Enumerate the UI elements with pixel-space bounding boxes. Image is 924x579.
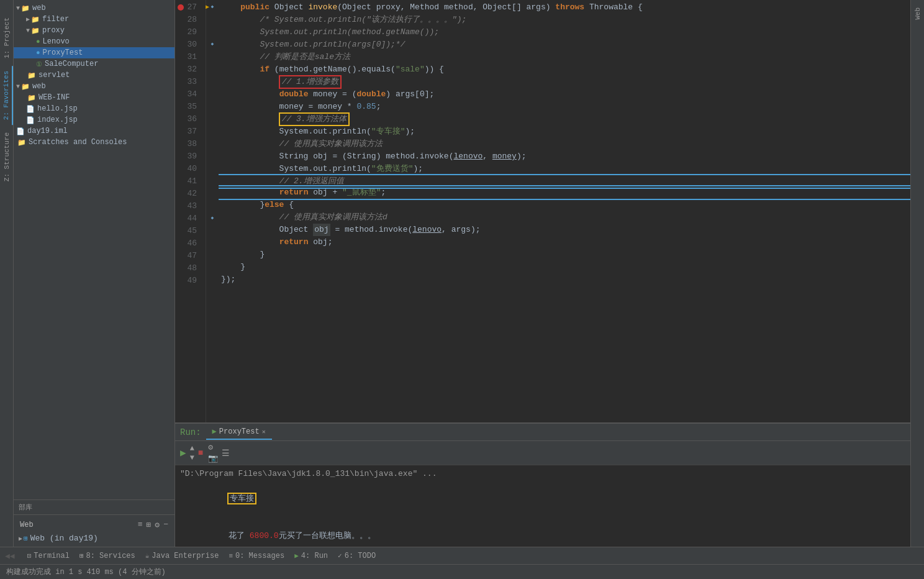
gutter-46 (206, 236, 219, 248)
folder-icon: 📁 (21, 4, 30, 12)
line-num-30: 30 (175, 39, 201, 51)
gutter-40 (206, 162, 219, 174)
tree-item-web2[interactable]: ▼ 📁 web (14, 81, 174, 92)
camera-icon[interactable]: 📷 (208, 454, 218, 463)
main-area: 1: Project 2: Favorites Z: Structure ▼ 📁… (0, 0, 924, 547)
code-line-32: if (method.getName().equals("sale")) { (219, 63, 910, 76)
btool-terminal-label: Terminal (34, 552, 70, 560)
tree-item-web-in-day19[interactable]: ▶ ⊞ Web (in day19) (16, 532, 172, 544)
btool-java-enterprise[interactable]: ☕ Java Enterprise (145, 552, 219, 560)
code-line-47: } (219, 248, 910, 261)
tree-item-day19iml[interactable]: 📄 day19.iml (14, 125, 174, 137)
run-toolbar: ▶ ▲ ▼ ■ ⚙ 📷 ☰ (175, 441, 910, 465)
minimize-icon[interactable]: − (163, 520, 168, 530)
sort-icon[interactable]: ≡ (138, 520, 143, 530)
folder-icon-web2: 📁 (21, 83, 30, 91)
btool-terminal[interactable]: ⊡ Terminal (27, 552, 70, 560)
btool-services[interactable]: ⊞ 8: Services (79, 552, 135, 560)
settings-icon[interactable]: ⚙ (155, 520, 160, 530)
tree-item-servlet[interactable]: 📁 servlet (14, 70, 174, 81)
tree-item-proxytest[interactable]: ● ProxyTest (14, 47, 174, 58)
gutter-29 (206, 25, 219, 37)
line-num-39: 39 (175, 150, 201, 163)
tree-item-hellojsp[interactable]: 📄 hello.jsp (14, 103, 174, 114)
line-num-47: 47 (175, 250, 201, 262)
sidebar-bottom-header: Web ≡ ⊞ ⚙ − (16, 517, 172, 532)
code-line-29: System.out.println(method.getName()); (219, 26, 910, 39)
run-label: Run: (180, 427, 201, 437)
class-icon-salecomputer: ① (36, 60, 42, 68)
console-price-red: 6800.0 (245, 531, 279, 540)
line-num-37: 37 (175, 125, 201, 138)
scroll-down-button[interactable]: ▼ (190, 454, 194, 462)
gutter-35 (206, 99, 219, 112)
folder-icon-filter: 📁 (31, 16, 40, 24)
btool-todo[interactable]: ✓ 6: TODO (338, 552, 376, 560)
expand-arrow-web-in-day19: ▶ (19, 535, 22, 542)
gutter-30 (206, 37, 219, 50)
tree-item-proxy[interactable]: ▼ 📁 proxy (14, 25, 174, 36)
sidebar-section-label: 部库 (14, 499, 174, 514)
file-icon-hellojsp: 📄 (26, 105, 35, 113)
console-highlight-zhuanche: 专车接 (229, 494, 255, 503)
expand-arrow-filter: ▶ (26, 16, 30, 23)
gutter-38 (206, 137, 219, 149)
line-numbers: 27 28 29 30 31 32 33 34 35 36 37 38 39 4… (175, 0, 206, 422)
tree-item-salecomputer[interactable]: ① SaleComputer (14, 58, 174, 70)
stop-button[interactable]: ■ (198, 448, 203, 458)
gutter (206, 0, 219, 422)
console-java-path: "D:\Program Files\Java\jdk1.8.0_131\bin\… (180, 468, 905, 480)
tree-label-proxytest: ProxyTest (43, 48, 83, 57)
code-line-33: // 1.增强参数 (219, 76, 910, 88)
run-tab-label: ProxyTest (219, 427, 260, 436)
expand-arrow: ▼ (16, 5, 20, 12)
code-line-31: // 判断是否是sale方法 (219, 51, 910, 63)
run-icon-btool: ▶ (294, 552, 299, 560)
line-num-49: 49 (175, 275, 201, 287)
tree-item-scratches[interactable]: 📁 Scratches and Consoles (14, 137, 174, 148)
line-num-31: 31 (175, 51, 201, 63)
tree-item-filter[interactable]: ▶ 📁 filter (14, 14, 174, 25)
services-icon: ⊞ (79, 552, 84, 560)
sidebar-bottom: Web ≡ ⊞ ⚙ − ▶ ⊞ Web (in day19) (14, 514, 174, 547)
left-vtabs: 1: Project 2: Favorites Z: Structure (0, 0, 14, 547)
vtab-favorites[interactable]: 2: Favorites (1, 66, 13, 125)
btool-messages[interactable]: ≡ 0: Messages (229, 552, 284, 560)
settings-run-icon[interactable]: ⚙ (208, 442, 218, 452)
gutter-45 (206, 224, 219, 236)
messages-icon: ≡ (229, 552, 233, 560)
run-tab-close[interactable]: ✕ (262, 428, 266, 435)
console-line-1: 专车接 (180, 480, 905, 517)
line-num-40: 40 (175, 163, 201, 175)
gutter-31 (206, 50, 219, 62)
todo-icon: ✓ (338, 552, 342, 560)
run-tab-proxytest[interactable]: ▶ ProxyTest ✕ (206, 424, 272, 440)
format-icon[interactable]: ☰ (222, 448, 230, 458)
code-line-42: return obj + "_鼠标垫"; (219, 186, 910, 199)
tree-item-web[interactable]: ▼ 📁 web (14, 2, 174, 14)
highlight-yellow-comment: // 3.增强方法体 (279, 113, 349, 125)
line-num-29: 29 (175, 26, 201, 39)
vtab-structure[interactable]: Z: Structure (1, 127, 12, 186)
file-icon-day19iml: 📄 (16, 127, 25, 135)
gutter-28 (206, 12, 219, 25)
gutter-48 (206, 261, 219, 273)
code-lines[interactable]: public Object invoke(Object proxy, Metho… (219, 0, 910, 422)
tree-item-webinf[interactable]: 📁 WEB-INF (14, 92, 174, 103)
right-tabs: Web (910, 0, 924, 547)
obj-highlight: obj (313, 224, 330, 236)
tree-item-lenovo[interactable]: ● Lenovo (14, 36, 174, 47)
folder-icon-webinf: 📁 (27, 94, 36, 102)
gutter-34 (206, 87, 219, 99)
right-tab-web[interactable]: Web (912, 2, 923, 25)
vtab-project[interactable]: 1: Project (1, 12, 12, 63)
btool-messages-label: 0: Messages (235, 552, 284, 560)
tree-item-indexjsp[interactable]: 📄 index.jsp (14, 114, 174, 125)
btool-run[interactable]: ▶ 4: Run (294, 552, 328, 560)
run-play-button[interactable]: ▶ (180, 447, 186, 459)
layout-icon[interactable]: ⊞ (147, 520, 152, 530)
tree-label-scratches: Scratches and Consoles (29, 138, 127, 147)
scroll-up-button[interactable]: ▲ (190, 444, 194, 453)
line-num-42: 42 (175, 188, 201, 200)
line-num-27: 27 (175, 1, 201, 14)
